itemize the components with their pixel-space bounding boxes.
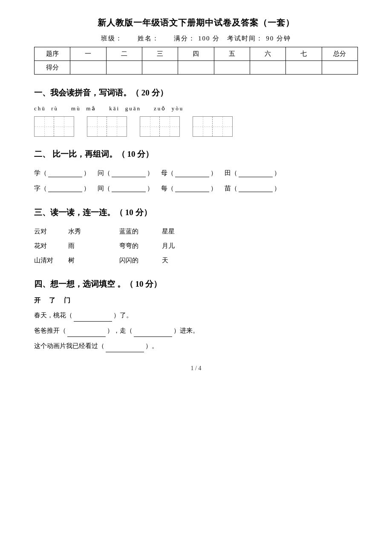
section2-row1: 学（） 问（） 母（） 田（） — [34, 167, 358, 180]
page-number: 1 / 4 — [34, 365, 358, 372]
section3-row1: 云对 水秀 蓝蓝的 星星 — [34, 225, 358, 238]
word-option-3: 门 — [64, 296, 70, 305]
writing-box-group-2 — [87, 116, 127, 137]
word-option-2: 了 — [49, 296, 55, 305]
class-label: 班级： — [101, 35, 123, 42]
pinyin-text-3: kāi guān — [109, 105, 141, 112]
pinyin-group-1: chū rù — [34, 105, 58, 114]
score-table-header-2: 二 — [106, 47, 142, 61]
score-table-header-3: 三 — [142, 47, 178, 61]
pinyin-group-3: kāi guān — [109, 105, 141, 114]
page-title: 新人教版一年级语文下册期中试卷及答案（一套） — [34, 17, 358, 29]
section2-row2: 字（） 间（） 每（） 苗（） — [34, 182, 358, 196]
blank-1-4[interactable] — [239, 170, 273, 177]
compare-item-2-3: 每（） — [161, 182, 217, 196]
pinyin-text-2: mù mǎ — [71, 105, 96, 112]
score-table-header-row: 题序 一 二 三 四 五 六 七 总分 — [35, 47, 358, 61]
connect-col1-2: 水秀 — [68, 225, 119, 238]
score-table-header-0: 题序 — [35, 47, 70, 61]
score-table-cell-1 — [70, 61, 106, 75]
char-box-1-1[interactable] — [35, 117, 54, 136]
section3-content: 云对 水秀 蓝蓝的 星星 花对 雨 弯弯的 月儿 山清对 树 闪闪的 天 — [34, 225, 358, 267]
connect-col3-1: 山清对 — [34, 254, 68, 267]
section3-row2: 花对 雨 弯弯的 月儿 — [34, 239, 358, 252]
section4-sentence1: 春天，桃花（）了。 — [34, 309, 358, 322]
score-table-cell-7 — [286, 61, 322, 75]
score-table-cell-4 — [178, 61, 214, 75]
score-table-header-1: 一 — [70, 47, 106, 61]
section1-title: 一、我会读拼音，写词语。（ 20 分） — [34, 87, 358, 98]
pinyin-group-2: mù mǎ — [71, 105, 96, 114]
info-row: 班级： 姓名： 满分： 100 分 考试时间： 90 分钟 — [34, 35, 358, 43]
blank-2-4[interactable] — [239, 184, 273, 192]
blank-2-2[interactable] — [112, 184, 146, 192]
full-score-label: 满分： — [174, 35, 196, 42]
blank-s4-2[interactable] — [67, 329, 106, 337]
blank-1-2[interactable] — [112, 170, 146, 177]
compare-item-1-4: 田（） — [225, 167, 280, 180]
connect-col2-4: 月儿 — [162, 239, 196, 252]
score-table-cell-3 — [142, 61, 178, 75]
section1-boxes-row — [34, 116, 358, 137]
exam-time-value: 90 分钟 — [266, 35, 291, 42]
connect-col3-4: 天 — [162, 254, 196, 267]
name-label: 姓名： — [138, 35, 159, 42]
section1-pinyin-row: chū rù mù mǎ kāi guān zuǒ yòu — [34, 105, 358, 114]
connect-col2-3: 弯弯的 — [119, 239, 162, 252]
score-table-header-5: 五 — [214, 47, 250, 61]
char-box-2-2[interactable] — [107, 117, 127, 136]
writing-box-group-3 — [140, 116, 180, 137]
writing-box-group-4 — [193, 116, 233, 137]
connect-col3-3: 闪闪的 — [119, 254, 162, 267]
connect-col2-1: 花对 — [34, 239, 68, 252]
pinyin-text-1: chū rù — [34, 105, 58, 112]
compare-item-2-1: 字（） — [34, 182, 90, 196]
section2-title: 二、 比一比，再组词。（ 10 分） — [34, 149, 358, 160]
score-table-cell-6 — [250, 61, 285, 75]
section3-row3: 山清对 树 闪闪的 天 — [34, 254, 358, 267]
full-score-value: 100 分 — [198, 35, 220, 42]
char-box-1-2[interactable] — [54, 117, 74, 136]
connect-col1-1: 云对 — [34, 225, 68, 238]
blank-s4-3[interactable] — [134, 329, 172, 337]
section4-word-options: 开 了 门 — [34, 296, 358, 305]
compare-item-2-4: 苗（） — [225, 182, 280, 196]
writing-box-group-1 — [34, 116, 74, 137]
compare-item-1-3: 母（） — [161, 167, 217, 180]
char-box-2-1[interactable] — [87, 117, 107, 136]
score-table-cell-2 — [106, 61, 142, 75]
section4-sentence2: 爸爸推开（），走（）进来。 — [34, 324, 358, 337]
section4-title: 四、想一想，选词填空 。（ 10 分） — [34, 279, 358, 290]
section2-content: 学（） 问（） 母（） 田（） 字（） 间（） 每（） 苗（） — [34, 167, 358, 195]
blank-2-3[interactable] — [175, 184, 209, 192]
connect-col3-2: 树 — [68, 254, 119, 267]
pinyin-group-4: zuǒ yòu — [154, 105, 184, 114]
score-table-header-4: 四 — [178, 47, 214, 61]
blank-s4-1[interactable] — [74, 314, 112, 322]
blank-1-3[interactable] — [175, 170, 209, 177]
section3-title: 三、读一读，连一连。（ 10 分） — [34, 207, 358, 218]
section4-sentence3: 这个动画片我已经看过（）。 — [34, 339, 358, 352]
char-box-3-2[interactable] — [160, 117, 179, 136]
connect-col2-2: 雨 — [68, 239, 119, 252]
score-table-cell-5 — [214, 61, 250, 75]
connect-col1-3: 蓝蓝的 — [119, 225, 162, 238]
char-box-3-1[interactable] — [140, 117, 160, 136]
compare-item-2-2: 间（） — [98, 182, 153, 196]
score-table-header-7: 七 — [286, 47, 322, 61]
exam-time-label: 考试时间： — [227, 35, 263, 42]
connect-col1-4: 星星 — [162, 225, 196, 238]
score-table-header-6: 六 — [250, 47, 285, 61]
score-table-header-total: 总分 — [322, 47, 357, 61]
compare-item-1-2: 问（） — [98, 167, 153, 180]
pinyin-text-4: zuǒ yòu — [154, 105, 184, 112]
blank-s4-4[interactable] — [106, 345, 144, 352]
blank-1-1[interactable] — [48, 170, 82, 177]
score-table-data-row: 得分 — [35, 61, 358, 75]
blank-2-1[interactable] — [48, 184, 82, 192]
char-box-4-2[interactable] — [213, 117, 232, 136]
char-box-4-1[interactable] — [193, 117, 213, 136]
score-table-cell-total — [322, 61, 357, 75]
section4-content: 春天，桃花（）了。 爸爸推开（），走（）进来。 这个动画片我已经看过（）。 — [34, 309, 358, 352]
score-table-row-label: 得分 — [35, 61, 70, 75]
